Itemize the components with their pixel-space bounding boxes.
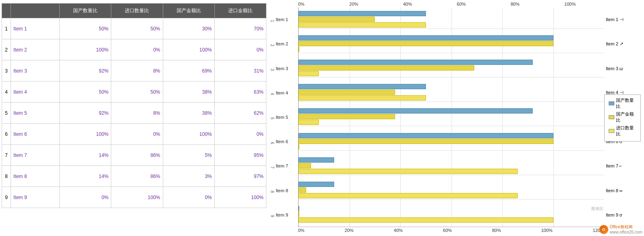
- bar-dom-qty: [298, 84, 426, 89]
- cell-dom-qty: 14%: [60, 145, 111, 166]
- chart-row-label: 8 Item 8: [270, 181, 298, 200]
- bar-imp-qty-2: [298, 144, 299, 150]
- chart-row-name: Item 8: [276, 188, 288, 193]
- cell-dom-amt: 100%: [163, 124, 214, 145]
- cell-num: 6: [2, 124, 11, 145]
- cell-imp-qty: 50%: [111, 82, 163, 103]
- cell-num: 8: [2, 166, 11, 187]
- bar-dom-amt-2: [298, 90, 395, 95]
- cell-dom-amt: 69%: [163, 60, 214, 82]
- chart-right-label: Item 7 ⌐: [604, 157, 641, 175]
- axis-label: 20%: [345, 228, 354, 233]
- cell-imp-qty: 8%: [111, 103, 163, 124]
- chart-row-label: 5 Item 5: [270, 108, 298, 127]
- watermark-text: Office教程网: [610, 224, 642, 230]
- col-name: [11, 4, 60, 18]
- cell-dom-amt: 38%: [163, 82, 214, 103]
- chart-right-label: Item 2 ↗: [604, 34, 641, 53]
- cell-imp-qty: 50%: [111, 18, 163, 39]
- cell-imp-qty: 86%: [111, 145, 163, 166]
- chart-section: 0%20%40%60%80%100% 1 Item 1 2 Item 2 3 I…: [268, 0, 644, 236]
- axis-label: 40%: [403, 2, 412, 6]
- table-row: 8 Item 8 14% 86% 3% 97%: [2, 166, 266, 187]
- chart-legend: 国产数量比 国产金额比 进口数量比: [604, 94, 641, 142]
- legend-label: 国产数量比: [616, 97, 636, 109]
- bar-imp-qty-2: [298, 95, 426, 101]
- bar-dom-qty: [298, 35, 553, 41]
- axis-label: 60%: [457, 2, 466, 6]
- chart-bar-row: [298, 132, 604, 151]
- chart-row-name: Item 3: [276, 66, 288, 71]
- cell-name: Item 5: [11, 103, 60, 124]
- cell-name: Item 7: [11, 145, 60, 166]
- chart-row-number: 3: [270, 66, 274, 71]
- chart-row-number: 4: [270, 90, 274, 95]
- cell-dom-qty: 100%: [60, 39, 111, 60]
- chart-bars-area: [298, 7, 604, 227]
- cell-num: 5: [2, 103, 11, 124]
- cell-dom-amt: 0%: [163, 187, 214, 208]
- chart-row-number: 2: [270, 41, 274, 46]
- axis-label: 0%: [298, 228, 305, 233]
- cell-dom-qty: 92%: [60, 60, 111, 82]
- cell-num: 1: [2, 18, 11, 39]
- cell-imp-amt: 97%: [214, 166, 266, 187]
- chart-row-label: 3 Item 3: [270, 59, 298, 78]
- chart-bar-row: [298, 107, 604, 126]
- legend-label: 进口数量比: [616, 125, 636, 137]
- chart-row-label: 1 Item 1: [270, 10, 298, 29]
- bar-imp-qty-2: [298, 47, 299, 52]
- cell-name: Item 2: [11, 39, 60, 60]
- bar-dom-amt-2: [298, 17, 375, 22]
- bar-dom-qty: [298, 182, 334, 187]
- cell-imp-amt: 100%: [214, 187, 266, 208]
- cell-dom-qty: 50%: [60, 82, 111, 103]
- legend-color: [609, 115, 614, 119]
- chart-bar-row: [298, 34, 604, 53]
- cell-imp-amt: 31%: [214, 60, 266, 82]
- chart-top-axis: 0%20%40%60%80%100%: [270, 2, 641, 6]
- cell-dom-amt: 38%: [163, 103, 214, 124]
- chart-bar-row: [298, 59, 604, 77]
- table-row: 4 Item 4 50% 50% 38% 63%: [2, 82, 266, 103]
- chart-row-number: 1: [270, 17, 274, 22]
- bar-dom-qty: [298, 60, 533, 65]
- bar-dom-qty: [298, 11, 426, 16]
- bar-imp-qty-2: [298, 193, 518, 198]
- watermark: O Office教程网 www.office26.com: [599, 224, 642, 234]
- chart-row-name: Item 9: [276, 212, 288, 217]
- legend-color: [609, 129, 614, 133]
- bar-dom-amt-2: [298, 139, 553, 144]
- chart-row-name: Item 6: [276, 139, 288, 144]
- bar-dom-amt-2: [298, 114, 395, 119]
- bar-dom-qty: [298, 206, 299, 211]
- bar-imp-qty-2: [298, 71, 319, 76]
- legend-color: [609, 101, 614, 105]
- chart-bottom-axis: 0%20%40%60%80%100%120%: [270, 228, 641, 233]
- cell-imp-amt: 0%: [214, 39, 266, 60]
- cell-imp-amt: 95%: [214, 145, 266, 166]
- cell-num: 4: [2, 82, 11, 103]
- chart-row-name: Item 7: [276, 163, 288, 168]
- bar-dom-amt-2: [298, 187, 306, 193]
- office-icon: O: [599, 225, 608, 234]
- chart-right-label: Item 1 ⊣: [604, 10, 641, 29]
- chart-row-number: 6: [270, 139, 274, 144]
- legend-item: 国产数量比: [609, 97, 636, 109]
- cell-dom-amt: 30%: [163, 18, 214, 39]
- cell-dom-qty: 50%: [60, 18, 111, 39]
- cell-imp-amt: 63%: [214, 82, 266, 103]
- cell-dom-qty: 14%: [60, 166, 111, 187]
- cell-dom-amt: 3%: [163, 166, 214, 187]
- bar-dom-qty: [298, 108, 533, 114]
- chart-area-label: 图表区: [591, 206, 603, 212]
- cell-name: Item 9: [11, 187, 60, 208]
- cell-dom-amt: 100%: [163, 39, 214, 60]
- axis-label: 100%: [564, 2, 576, 6]
- legend-item: 进口数量比: [609, 125, 636, 137]
- axis-label: 80%: [492, 228, 501, 233]
- table-row: 7 Item 7 14% 86% 5% 95%: [2, 145, 266, 166]
- col-dom-amt: 国产金额比: [163, 4, 214, 18]
- bar-dom-amt-2: [298, 41, 553, 46]
- axis-label: 60%: [443, 228, 452, 233]
